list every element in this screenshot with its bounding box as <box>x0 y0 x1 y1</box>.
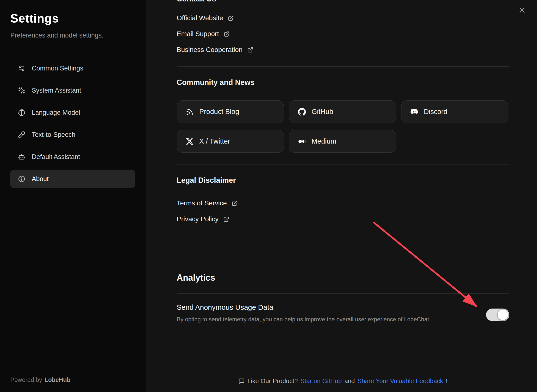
brain-icon <box>18 109 25 116</box>
page-subtitle: Preferences and model settings. <box>10 32 135 39</box>
sidebar-item-label: System Assistant <box>32 87 81 94</box>
external-link-icon <box>228 15 234 21</box>
analytics-setting-row: Send Anonymous Usage Data By opting to s… <box>177 302 509 323</box>
sidebar: Settings Preferences and model settings.… <box>0 0 146 392</box>
send-usage-data-toggle[interactable] <box>486 309 509 321</box>
x-twitter-button[interactable]: X / Twitter <box>177 130 284 153</box>
discord-button[interactable]: Discord <box>401 100 508 123</box>
info-icon <box>18 175 25 183</box>
link-label: Business Cooperation <box>177 46 243 54</box>
medium-button[interactable]: Medium <box>289 130 396 153</box>
external-link-icon <box>223 216 229 222</box>
bot-icon <box>18 153 25 160</box>
community-heading: Community and News <box>177 77 509 88</box>
sidebar-item-common-settings[interactable]: Common Settings <box>10 59 135 77</box>
divider <box>177 66 509 67</box>
contact-heading: Contact Us <box>177 0 509 4</box>
legal-links: Terms of Service Privacy Policy <box>177 195 509 227</box>
medium-icon <box>298 137 306 145</box>
external-link-icon <box>232 200 238 206</box>
link-label: Email Support <box>177 30 219 38</box>
message-icon <box>238 378 245 384</box>
sidebar-item-about[interactable]: About <box>10 170 135 188</box>
divider <box>177 164 509 164</box>
star-on-github-link[interactable]: Star on GitHub <box>300 377 342 385</box>
settings-window: Settings Preferences and model settings.… <box>0 0 537 392</box>
powered-by: Powered byLobeHub <box>10 376 70 383</box>
github-button[interactable]: GitHub <box>289 100 396 123</box>
sidebar-item-language-model[interactable]: Language Model <box>10 104 135 121</box>
share-feedback-link[interactable]: Share Your Valuable Feedback <box>357 377 443 385</box>
business-cooperation-link[interactable]: Business Cooperation <box>177 42 253 58</box>
setting-description: By opting to send telemetry data, you ca… <box>177 316 431 323</box>
sparkles-icon <box>18 87 25 94</box>
setting-text: Send Anonymous Usage Data By opting to s… <box>177 302 431 323</box>
analytics-heading: Analytics <box>177 272 509 284</box>
rss-icon <box>186 108 194 116</box>
about-panel: Contact Us Official Website Email Suppor… <box>146 0 537 392</box>
link-label: Privacy Policy <box>177 215 219 223</box>
github-icon <box>298 108 306 116</box>
link-label: Official Website <box>177 14 223 22</box>
sidebar-item-default-assistant[interactable]: Default Assistant <box>10 148 135 166</box>
button-label: GitHub <box>312 108 333 116</box>
button-label: Discord <box>424 108 447 116</box>
official-website-link[interactable]: Official Website <box>177 10 234 26</box>
button-label: Product Blog <box>199 108 239 116</box>
sidebar-item-text-to-speech[interactable]: Text-to-Speech <box>10 126 135 144</box>
sidebar-item-label: Language Model <box>32 109 80 116</box>
button-label: X / Twitter <box>199 137 230 145</box>
sidebar-item-label: About <box>32 175 49 183</box>
footer-text: ! <box>446 377 448 385</box>
footer-text: Like Our Product? <box>247 377 298 385</box>
about-content: Contact Us Official Website Email Suppor… <box>177 0 509 323</box>
divider <box>177 293 509 294</box>
sidebar-item-label: Common Settings <box>32 65 83 72</box>
x-icon <box>186 137 194 145</box>
sidebar-item-label: Default Assistant <box>32 153 80 161</box>
close-icon[interactable] <box>518 6 526 14</box>
sidebar-item-system-assistant[interactable]: System Assistant <box>10 82 135 99</box>
setting-title: Send Anonymous Usage Data <box>177 302 431 312</box>
powered-by-text: Powered by <box>10 376 42 383</box>
privacy-policy-link[interactable]: Privacy Policy <box>177 211 229 227</box>
external-link-icon <box>247 47 253 53</box>
lobehub-brand: LobeHub <box>44 376 70 383</box>
toggle-knob <box>498 310 508 320</box>
button-label: Medium <box>312 137 336 145</box>
legal-heading: Legal Disclaimer <box>177 175 509 186</box>
product-blog-button[interactable]: Product Blog <box>177 100 284 123</box>
main-footer: Like Our Product? Star on GitHub and Sha… <box>177 377 509 385</box>
sliders-icon <box>18 65 25 72</box>
terms-of-service-link[interactable]: Terms of Service <box>177 195 238 211</box>
discord-icon <box>410 108 418 116</box>
email-support-link[interactable]: Email Support <box>177 26 230 42</box>
settings-nav: Common Settings System Assistant Languag… <box>10 59 135 188</box>
sidebar-item-label: Text-to-Speech <box>32 131 75 139</box>
contact-links: Official Website Email Support Business … <box>177 10 509 58</box>
community-buttons: Product Blog GitHub Discord <box>177 100 509 153</box>
page-title: Settings <box>10 12 135 25</box>
link-label: Terms of Service <box>177 199 227 207</box>
footer-text: and <box>344 377 355 385</box>
mic-icon <box>18 131 25 138</box>
external-link-icon <box>224 31 230 37</box>
